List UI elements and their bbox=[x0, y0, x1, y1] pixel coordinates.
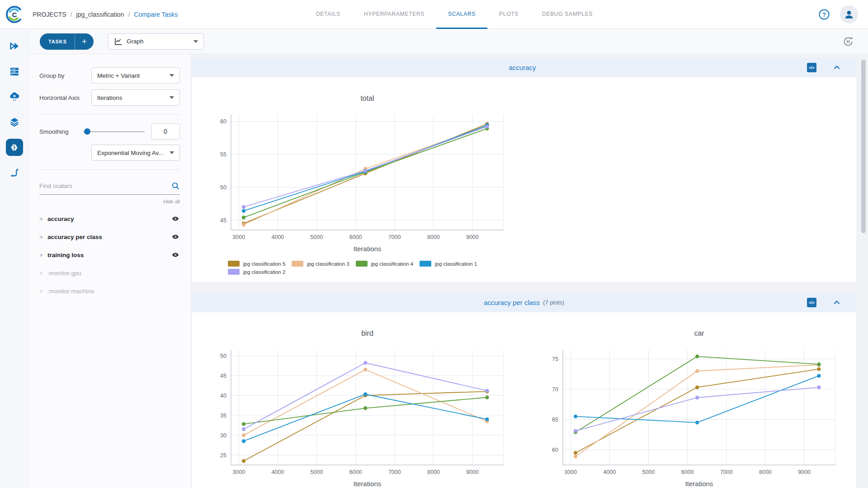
hide-all-button[interactable]: Hide all bbox=[39, 199, 180, 204]
legend-item[interactable]: jpg classification 1 bbox=[420, 261, 477, 267]
scalars-content: Group by Metric + Variant Horizontal Axi… bbox=[29, 54, 868, 488]
chart-bird[interactable]: 2530354045503000400050006000700080009000… bbox=[192, 312, 524, 488]
legend-item[interactable]: jpg classification 2 bbox=[228, 269, 285, 275]
metric-row-training-loss[interactable]: > training loss bbox=[39, 246, 180, 264]
queues-icon[interactable] bbox=[9, 66, 20, 77]
tab-hyperparameters[interactable]: HYPERPARAMETERS bbox=[352, 0, 436, 29]
svg-text:65: 65 bbox=[552, 417, 558, 423]
auto-refresh-icon[interactable] bbox=[842, 35, 854, 48]
section-title[interactable]: accuracy bbox=[509, 64, 536, 71]
tasks-button[interactable]: TASKS bbox=[40, 33, 75, 50]
section-accuracy-per-class: accuracy per class (7 plots) </> 2530354… bbox=[192, 293, 856, 488]
app-sidebar bbox=[0, 29, 29, 488]
section-accuracy: accuracy </> 455055603000400050006000700… bbox=[192, 58, 856, 282]
section-title[interactable]: accuracy per class bbox=[484, 299, 540, 306]
chevron-right-icon: > bbox=[39, 288, 47, 295]
projects-icon[interactable] bbox=[6, 139, 23, 156]
svg-text:60: 60 bbox=[220, 118, 226, 125]
smoothing-slider[interactable] bbox=[83, 128, 145, 135]
legend-swatch bbox=[356, 261, 368, 267]
svg-text:30: 30 bbox=[220, 432, 226, 439]
view-type-select[interactable]: Graph bbox=[108, 33, 204, 50]
add-task-button[interactable]: + bbox=[75, 33, 94, 50]
breadcrumb-separator: / bbox=[71, 11, 72, 18]
workers-icon[interactable] bbox=[9, 91, 20, 102]
chevron-right-icon[interactable]: > bbox=[39, 216, 47, 222]
slider-track bbox=[83, 131, 145, 132]
breadcrumb-projects[interactable]: PROJECTS bbox=[33, 11, 66, 18]
breadcrumb-separator: / bbox=[128, 11, 130, 18]
scalars-toolbar: TASKS + Graph bbox=[29, 29, 868, 54]
metric-label: :monitor:gpu bbox=[47, 270, 180, 277]
legend-label: jpg classification 5 bbox=[243, 261, 285, 267]
legend-swatch bbox=[420, 261, 431, 267]
chevron-right-icon[interactable]: > bbox=[39, 252, 47, 258]
metric-label: training loss bbox=[47, 252, 171, 258]
line-chart-plot[interactable]: 2530354045503000400050006000700080009000… bbox=[192, 312, 524, 488]
svg-text:5000: 5000 bbox=[642, 469, 655, 475]
metric-row-accuracy-per-class[interactable]: > accuracy per class bbox=[39, 228, 180, 246]
smoothing-input[interactable] bbox=[151, 123, 180, 140]
embed-code-icon[interactable]: </> bbox=[807, 298, 816, 307]
chart-car[interactable]: 606570753000400050006000700080009000carI… bbox=[524, 312, 855, 488]
svg-text:70: 70 bbox=[552, 386, 558, 393]
help-icon[interactable]: ? bbox=[818, 9, 830, 20]
metric-row-monitor-gpu[interactable]: > :monitor:gpu bbox=[39, 264, 180, 282]
smoothing-type-value: Exponential Moving Av... bbox=[97, 150, 164, 156]
svg-text:Iterations: Iterations bbox=[354, 480, 382, 488]
smoothing-label: Smoothing bbox=[39, 128, 82, 135]
svg-text:4000: 4000 bbox=[603, 469, 616, 475]
line-chart-plot[interactable]: 455055603000400050006000700080009000tota… bbox=[192, 77, 524, 258]
find-scalars-input[interactable] bbox=[39, 183, 171, 189]
legend-swatch bbox=[292, 261, 303, 267]
svg-text:55: 55 bbox=[220, 151, 226, 158]
section-plot-count: (7 plots) bbox=[543, 299, 564, 306]
search-icon[interactable] bbox=[171, 182, 180, 190]
section-header-accuracy: accuracy </> bbox=[192, 58, 856, 77]
caret-down-icon bbox=[170, 74, 174, 77]
tab-details[interactable]: DETAILS bbox=[304, 0, 352, 29]
svg-text:4000: 4000 bbox=[271, 469, 284, 475]
svg-text:5000: 5000 bbox=[311, 234, 323, 240]
slider-thumb[interactable] bbox=[84, 128, 90, 135]
user-avatar[interactable] bbox=[840, 5, 858, 23]
view-type-value: Graph bbox=[127, 38, 144, 45]
visibility-eye-icon[interactable] bbox=[171, 214, 180, 223]
chevron-right-icon[interactable]: > bbox=[39, 234, 47, 240]
svg-text:7000: 7000 bbox=[720, 469, 733, 475]
chart-legend: jpg classification 5jpg classification 3… bbox=[228, 261, 517, 275]
clearml-logo[interactable]: C bbox=[5, 5, 24, 23]
breadcrumb-compare-tasks[interactable]: Compare Tasks bbox=[134, 11, 178, 18]
legend-item[interactable]: jpg classification 3 bbox=[292, 261, 349, 267]
divider bbox=[39, 114, 180, 115]
collapse-section-icon[interactable] bbox=[833, 63, 841, 71]
svg-text:7000: 7000 bbox=[388, 469, 401, 475]
legend-label: jpg classification 1 bbox=[435, 261, 477, 267]
collapse-section-icon[interactable] bbox=[833, 298, 841, 306]
breadcrumb-project-name[interactable]: jpg_classification bbox=[76, 11, 124, 18]
tab-scalars[interactable]: SCALARS bbox=[436, 0, 487, 29]
visibility-eye-icon[interactable] bbox=[171, 232, 180, 241]
legend-item[interactable]: jpg classification 5 bbox=[228, 261, 285, 267]
metric-label: :monitor:machine bbox=[47, 288, 180, 295]
legend-item[interactable]: jpg classification 4 bbox=[356, 261, 413, 267]
divider bbox=[39, 169, 180, 170]
chevron-right-icon: > bbox=[39, 270, 47, 277]
smoothing-type-select[interactable]: Exponential Moving Av... bbox=[91, 145, 180, 161]
horizontal-axis-select[interactable]: Iterations bbox=[91, 89, 180, 106]
visibility-eye-icon[interactable] bbox=[171, 250, 180, 259]
chart-total[interactable]: 455055603000400050006000700080009000tota… bbox=[192, 77, 524, 275]
tab-plots[interactable]: PLOTS bbox=[487, 0, 530, 29]
group-by-select[interactable]: Metric + Variant bbox=[91, 67, 180, 84]
pipelines-icon[interactable] bbox=[9, 167, 20, 178]
datasets-icon[interactable] bbox=[9, 117, 20, 127]
metric-list: > accuracy > accuracy per class bbox=[39, 210, 180, 300]
embed-code-icon[interactable]: </> bbox=[807, 63, 816, 72]
tab-debug-samples[interactable]: DEBUG SAMPLES bbox=[530, 0, 604, 29]
svg-text:3000: 3000 bbox=[564, 469, 577, 475]
metric-row-accuracy[interactable]: > accuracy bbox=[39, 210, 180, 228]
scrollbar-thumb[interactable] bbox=[861, 60, 866, 233]
expand-sidebar-icon[interactable] bbox=[9, 41, 20, 52]
metric-row-monitor-machine[interactable]: > :monitor:machine bbox=[39, 282, 180, 300]
line-chart-plot[interactable]: 606570753000400050006000700080009000carI… bbox=[524, 312, 855, 488]
